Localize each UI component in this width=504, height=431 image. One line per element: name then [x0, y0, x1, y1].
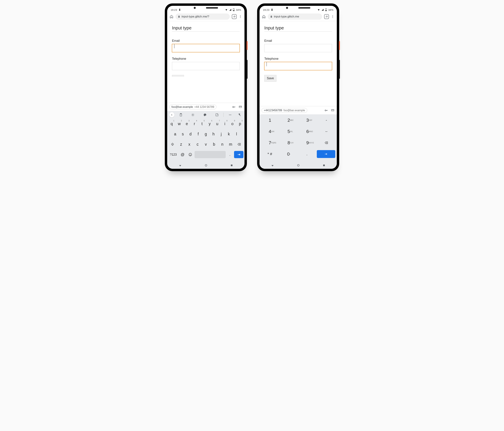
numkey-0-0[interactable]: 1 — [261, 115, 279, 125]
nav-back-icon[interactable] — [179, 164, 182, 167]
email-field[interactable] — [172, 44, 240, 52]
tabs-button[interactable]: :D — [232, 14, 237, 19]
key-e[interactable]: e3 — [183, 120, 190, 128]
home-icon[interactable] — [170, 15, 173, 19]
key-j[interactable]: j — [218, 130, 225, 138]
key-icon[interactable] — [232, 105, 236, 109]
key-b[interactable]: b — [210, 140, 218, 149]
telephone-field[interactable] — [172, 62, 240, 70]
volume-button[interactable] — [339, 60, 340, 79]
at-key[interactable]: @ — [179, 150, 186, 159]
numkey-3-0[interactable]: * # — [261, 149, 279, 159]
numkey-0-2[interactable]: 3DEF — [298, 115, 317, 125]
home-icon[interactable] — [262, 15, 266, 19]
menu-icon[interactable] — [331, 15, 334, 18]
url-bar[interactable]: input-type.glitch.me — [268, 14, 322, 20]
card-icon[interactable] — [238, 105, 243, 108]
symbols-key[interactable]: ?123 — [168, 150, 178, 159]
key-f[interactable]: f — [195, 130, 202, 138]
period-key[interactable]: . — [226, 150, 233, 159]
telephone-field[interactable] — [264, 62, 332, 70]
key-r[interactable]: r4 — [191, 120, 198, 128]
numpad-keyboard: 12ABC3DEF-4GHI5JKL6MNO7PQRS8TUV9WXYZ* #0… — [260, 114, 337, 162]
volume-button[interactable] — [247, 60, 248, 79]
sticker-icon[interactable] — [211, 113, 222, 117]
key-z[interactable]: z — [177, 140, 185, 149]
svg-point-26 — [325, 110, 326, 111]
page-content: Input type Email Telephone — [167, 21, 244, 103]
emoji-key[interactable] — [187, 150, 194, 159]
menu-icon[interactable] — [239, 15, 242, 18]
key-m[interactable]: m — [227, 140, 234, 149]
card-icon[interactable] — [331, 109, 335, 112]
clipboard-icon[interactable] — [175, 113, 186, 117]
svg-point-18 — [205, 165, 207, 166]
save-button-partial[interactable] — [172, 75, 184, 77]
browser-toolbar: input-type.glitch.me/? :D — [167, 12, 244, 21]
collapse-icon[interactable] — [169, 112, 174, 117]
key-a[interactable]: a — [172, 130, 179, 138]
svg-point-24 — [332, 16, 333, 17]
key-n[interactable]: n — [218, 140, 226, 149]
enter-key[interactable] — [317, 150, 335, 158]
key-i[interactable]: i8 — [221, 120, 228, 128]
numkey-2-2[interactable]: 9WXYZ — [298, 138, 317, 148]
backspace-key[interactable] — [235, 140, 244, 149]
save-button[interactable]: Save — [264, 75, 277, 82]
url-bar[interactable]: input-type.glitch.me/? — [175, 14, 230, 20]
numkey-2-1[interactable]: 8TUV — [279, 138, 298, 148]
svg-rect-30 — [323, 165, 325, 166]
nav-home-icon[interactable] — [205, 164, 207, 167]
more-icon[interactable] — [225, 113, 236, 117]
key-p[interactable]: p0 — [237, 120, 243, 128]
key-c[interactable]: c — [194, 140, 201, 149]
key-y[interactable]: y6 — [206, 120, 213, 128]
numkey-1-1[interactable]: 5JKL — [279, 127, 298, 136]
email-field[interactable] — [264, 44, 332, 52]
mic-off-icon[interactable] — [237, 113, 243, 117]
key-t[interactable]: t5 — [199, 120, 206, 128]
power-button[interactable] — [339, 41, 340, 50]
autofill-chip[interactable]: foo@bar.example +44 1234 56789 — [169, 104, 216, 109]
autofill-chip[interactable]: +44123456789 foo@bar.example — [261, 108, 307, 113]
key-g[interactable]: g — [202, 130, 209, 138]
key-l[interactable]: l — [233, 130, 240, 138]
telephone-label: Telephone — [172, 57, 240, 61]
nav-back-icon[interactable] — [271, 164, 274, 167]
nav-home-icon[interactable] — [297, 164, 300, 167]
numkey-3-1[interactable]: 0+ — [279, 149, 298, 159]
power-button[interactable] — [247, 41, 248, 50]
key-s[interactable]: s — [179, 130, 186, 138]
numkey-0-1[interactable]: 2ABC — [279, 115, 298, 125]
shift-key[interactable] — [168, 140, 177, 149]
palette-icon[interactable] — [199, 113, 210, 117]
key-v[interactable]: v — [202, 140, 210, 149]
spacebar-key[interactable] — [195, 151, 226, 158]
key-x[interactable]: x — [186, 140, 193, 149]
numkey-2-0[interactable]: 7PQRS — [261, 138, 279, 148]
numkey-3-2[interactable]: . — [298, 149, 316, 159]
numkey-1-3[interactable] — [317, 127, 336, 136]
numkey-1-0[interactable]: 4GHI — [261, 127, 279, 136]
nav-recent-icon[interactable] — [323, 164, 325, 167]
key-o[interactable]: o9 — [229, 120, 236, 128]
key-d[interactable]: d — [187, 130, 194, 138]
numkey-2-3[interactable] — [317, 138, 336, 148]
nav-recent-icon[interactable] — [230, 164, 233, 167]
signal-icon — [321, 9, 324, 11]
svg-rect-1 — [233, 8, 234, 9]
key-u[interactable]: u7 — [214, 120, 221, 128]
svg-point-16 — [189, 154, 190, 154]
svg-point-15 — [189, 153, 192, 156]
tabs-button[interactable]: :D — [324, 14, 329, 19]
numkey-0-3[interactable]: - — [317, 115, 336, 125]
gear-icon[interactable] — [187, 113, 198, 117]
key-h[interactable]: h — [210, 130, 217, 138]
key-q[interactable]: q1 — [168, 120, 175, 128]
key-w[interactable]: w2 — [176, 120, 183, 128]
numkey-1-2[interactable]: 6MNO — [298, 127, 317, 136]
battery-pct: 34% — [236, 8, 241, 11]
key-k[interactable]: k — [225, 130, 232, 138]
enter-key[interactable] — [234, 151, 243, 158]
key-icon[interactable] — [324, 109, 328, 112]
